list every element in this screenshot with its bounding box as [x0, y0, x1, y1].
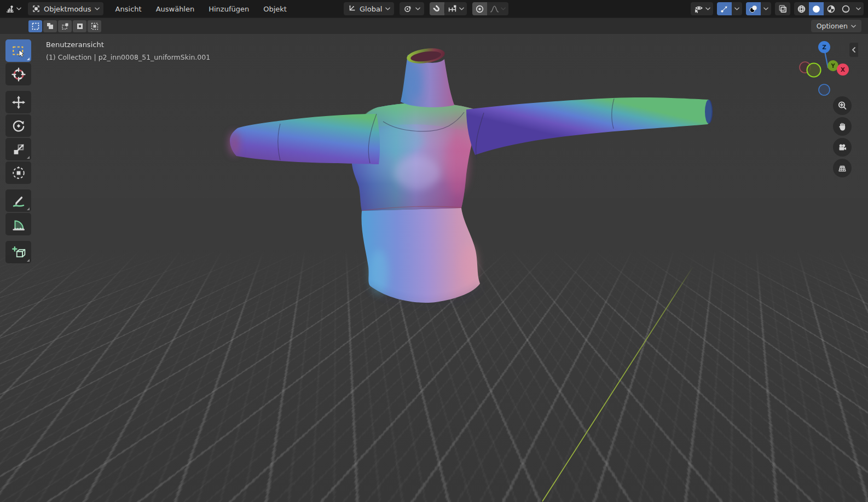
tool-add-cube[interactable] — [5, 241, 31, 263]
shading-rendered-button[interactable] — [838, 2, 853, 15]
select-mode-set[interactable] — [28, 20, 42, 32]
magnet-icon — [432, 4, 442, 14]
snap-increment-icon — [448, 4, 457, 14]
y-axis-line — [542, 266, 693, 501]
menu-hinzufuegen[interactable]: Hinzufügen — [202, 0, 256, 18]
tool-measure[interactable] — [5, 213, 31, 235]
tool-scale[interactable] — [5, 138, 31, 160]
svg-text:Y: Y — [830, 63, 835, 69]
toggle-xray-button[interactable] — [775, 2, 790, 15]
gizmos-dropdown[interactable] — [732, 2, 742, 15]
shading-solid-icon — [812, 4, 821, 14]
options-label: Optionen — [817, 22, 848, 30]
select-mode-buttons — [28, 20, 101, 32]
show-object-types-eye-icon — [693, 4, 703, 14]
viewport-overlays-icon — [749, 4, 758, 14]
proportional-edit-toggle[interactable] — [472, 2, 487, 15]
sidebar-collapse-arrow[interactable] — [849, 43, 858, 57]
object-mode-icon — [32, 4, 40, 13]
editor-type-button[interactable] — [3, 2, 24, 15]
xray-group — [775, 2, 790, 15]
hand-icon — [837, 122, 847, 131]
3d-viewport-canvas[interactable]: Benutzeransicht (1) Collection | p2_inn0… — [0, 34, 868, 502]
camera-view-button[interactable] — [833, 138, 852, 157]
chevron-down-icon — [501, 7, 506, 10]
shading-material-button[interactable] — [824, 2, 838, 15]
mode-label: Objektmodus — [44, 5, 91, 13]
zoom-button[interactable] — [833, 96, 852, 115]
select-mode-invert[interactable] — [73, 20, 86, 32]
menu-ansicht[interactable]: Ansicht — [109, 0, 148, 18]
3d-cursor-icon — [11, 67, 26, 82]
chevron-down-icon — [705, 7, 710, 10]
tool-cursor[interactable] — [5, 63, 31, 85]
snap-target-dropdown[interactable] — [445, 2, 467, 15]
camera-icon — [837, 142, 847, 152]
3d-viewport-editor-icon — [5, 4, 15, 14]
tool-rotate[interactable] — [5, 114, 31, 137]
shading-dropdown[interactable] — [853, 2, 864, 15]
orientation-global-icon — [348, 4, 356, 13]
move-icon — [11, 95, 26, 109]
pan-hand-button[interactable] — [833, 117, 852, 136]
chevron-down-icon — [734, 7, 739, 10]
zoom-icon — [837, 101, 847, 111]
navigation-gizmo[interactable]: Y Z X — [794, 40, 857, 97]
shading-solid-button[interactable] — [809, 2, 824, 15]
tool-settings-bar: Optionen — [0, 18, 868, 34]
toggle-ortho-grid-button[interactable] — [833, 159, 852, 177]
overlays-dropdown[interactable] — [761, 2, 771, 15]
rotate-icon — [11, 119, 26, 133]
transform-orientation-dropdown[interactable]: Global — [344, 2, 394, 15]
mode-selector[interactable]: Objektmodus — [28, 2, 103, 15]
snap-toggle-button[interactable] — [430, 2, 444, 15]
scene-render — [0, 34, 868, 502]
pivot-point-dropdown[interactable] — [400, 2, 424, 15]
chevron-down-icon — [459, 7, 464, 10]
select-box-icon — [11, 44, 26, 58]
show-overlays-toggle[interactable] — [746, 2, 761, 15]
grid-floor-icon — [837, 163, 847, 173]
gizmo-axis-x[interactable]: X — [837, 64, 849, 76]
tool-select-box[interactable] — [5, 39, 31, 62]
gizmo-axis-neg-y[interactable] — [807, 64, 821, 77]
viewport-nav-buttons — [833, 96, 852, 177]
scale-icon — [11, 142, 26, 157]
show-gizmos-toggle[interactable] — [717, 2, 732, 15]
active-object-label: (1) Collection | p2_inn0008_51_uniformSk… — [46, 51, 210, 64]
chevron-down-icon — [95, 7, 100, 10]
options-dropdown[interactable]: Optionen — [811, 20, 861, 32]
show-object-types-dropdown[interactable] — [691, 2, 713, 15]
menu-auswaehlen[interactable]: Auswählen — [149, 0, 201, 18]
proportional-falloff-dropdown[interactable] — [487, 2, 508, 15]
chevron-down-icon — [851, 25, 856, 28]
annotate-pencil-icon — [11, 194, 26, 208]
proportional-edit-icon — [475, 4, 484, 14]
falloff-curve-icon — [490, 4, 499, 14]
orientation-label: Global — [360, 5, 382, 13]
snap-group — [430, 2, 467, 15]
shading-wireframe-icon — [797, 4, 806, 14]
select-mode-intersect[interactable] — [88, 20, 101, 32]
pivot-point-icon — [403, 4, 412, 13]
tool-annotate[interactable] — [5, 189, 31, 212]
gizmo-axis-neg-z[interactable] — [819, 84, 830, 95]
header-bar: Objektmodus Ansicht Auswählen Hinzufügen… — [0, 0, 868, 18]
chevron-down-icon — [415, 7, 420, 10]
select-mode-extend[interactable] — [43, 20, 57, 32]
tool-transform[interactable] — [5, 161, 31, 184]
svg-text:X: X — [841, 66, 845, 73]
tool-move[interactable] — [5, 91, 31, 113]
svg-text:Z: Z — [822, 44, 826, 50]
overlays-group — [746, 2, 771, 15]
menu-objekt[interactable]: Objekt — [257, 0, 293, 18]
shading-material-preview-icon — [826, 4, 836, 14]
gizmo-axis-z[interactable]: Z — [818, 41, 830, 53]
chevron-down-icon — [16, 7, 21, 10]
tool-shelf — [5, 39, 31, 263]
gizmos-group — [717, 2, 742, 15]
proportional-edit-group — [472, 2, 508, 15]
select-mode-subtract[interactable] — [58, 20, 72, 32]
shading-wireframe-button[interactable] — [794, 2, 809, 15]
mannequin-model — [229, 46, 713, 304]
